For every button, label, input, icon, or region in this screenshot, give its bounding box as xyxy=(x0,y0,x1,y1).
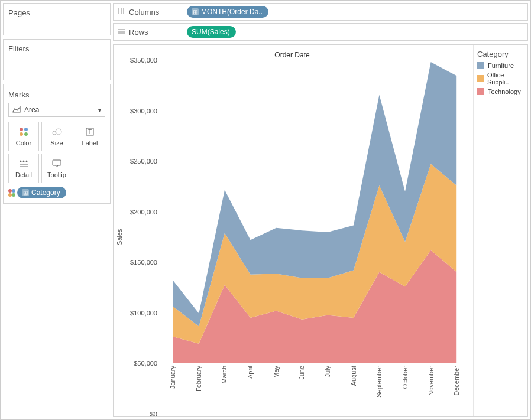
y-tick: $150,000 xyxy=(130,259,157,266)
columns-shelf-label: Columns xyxy=(117,8,182,17)
pages-panel[interactable]: Pages xyxy=(3,3,111,35)
chart-body: Sales $0$50,000$100,000$150,000$200,000$… xyxy=(115,60,470,414)
legend-label-office: Office Suppli.. xyxy=(487,71,524,86)
svg-point-4 xyxy=(20,161,22,162)
app-root: Pages Filters Marks Area ▾ Color xyxy=(0,0,531,420)
x-tick: April xyxy=(247,366,254,379)
x-tick: October xyxy=(402,366,409,389)
plot-and-x: JanuaryFebruaryMarchAprilMayJuneJulyAugu… xyxy=(160,60,470,414)
color-dots-small-icon xyxy=(8,189,15,197)
filters-panel[interactable]: Filters xyxy=(3,39,111,80)
y-axis-label: Sales xyxy=(115,60,124,414)
svg-point-5 xyxy=(23,161,25,162)
svg-point-6 xyxy=(26,161,28,162)
columns-shelf[interactable]: Columns ⊞ MONTH(Order Da.. xyxy=(113,3,528,21)
detail-icon xyxy=(19,158,28,169)
y-tick: $0 xyxy=(150,411,157,417)
mark-type-select[interactable]: Area ▾ xyxy=(8,103,105,117)
y-tick: $250,000 xyxy=(130,158,157,165)
x-tick: June xyxy=(298,366,305,380)
expand-icon: ⊞ xyxy=(22,189,29,196)
plot-area[interactable] xyxy=(160,60,470,363)
color-label: Color xyxy=(16,139,31,146)
color-button[interactable]: Color xyxy=(8,122,39,151)
columns-icon xyxy=(117,8,125,17)
main-area: Columns ⊞ MONTH(Order Da.. Rows SUM(Sale… xyxy=(113,1,530,419)
color-icon xyxy=(20,126,28,137)
label-button[interactable]: T Label xyxy=(75,122,105,151)
expand-icon: ⊞ xyxy=(192,8,199,15)
x-tick: November xyxy=(428,366,435,396)
columns-text: Columns xyxy=(129,8,159,17)
area-icon xyxy=(12,106,21,115)
y-axis: $0$50,000$100,000$150,000$200,000$250,00… xyxy=(124,60,160,414)
tooltip-icon xyxy=(52,158,61,169)
x-tick: January xyxy=(169,366,176,389)
legend-label-technology: Technology xyxy=(488,88,521,95)
chart-container: Order Date Sales $0$50,000$100,000$150,0… xyxy=(114,45,473,416)
x-tick: September xyxy=(375,366,383,398)
rows-text: Rows xyxy=(129,28,148,37)
filters-title: Filters xyxy=(8,43,105,57)
legend-swatch-office xyxy=(477,75,484,82)
size-label: Size xyxy=(50,139,63,146)
x-tick: February xyxy=(195,366,202,392)
label-label: Label xyxy=(82,139,98,146)
marks-buttons-grid: Color Size T Label Detail Tooltip xyxy=(8,122,105,183)
x-tick: August xyxy=(350,366,357,386)
x-tick: July xyxy=(324,366,331,377)
y-tick: $200,000 xyxy=(130,209,157,216)
left-sidebar: Pages Filters Marks Area ▾ Color xyxy=(1,1,113,419)
pages-title: Pages xyxy=(8,7,105,21)
marks-title: Marks xyxy=(8,89,105,103)
legend-title: Category xyxy=(477,50,524,58)
x-tick: December xyxy=(453,366,460,396)
chevron-down-icon: ▾ xyxy=(98,107,101,113)
rows-pill[interactable]: SUM(Sales) xyxy=(187,26,236,38)
x-axis: JanuaryFebruaryMarchAprilMayJuneJulyAugu… xyxy=(160,363,470,414)
chart-title: Order Date xyxy=(115,51,470,59)
legend-swatch-technology xyxy=(477,88,484,95)
legend-label-furniture: Furniture xyxy=(488,62,514,69)
label-icon: T xyxy=(85,126,95,137)
y-tick: $300,000 xyxy=(130,108,157,115)
x-tick: March xyxy=(221,366,228,384)
marks-color-shelf-row: ⊞ Category xyxy=(8,187,105,198)
mark-type-label: Area xyxy=(24,106,39,114)
svg-point-1 xyxy=(56,129,61,135)
detail-button[interactable]: Detail xyxy=(8,154,39,183)
tooltip-label: Tooltip xyxy=(47,171,66,178)
marks-panel: Marks Area ▾ Color Size xyxy=(3,84,111,204)
legend-item-technology[interactable]: Technology xyxy=(477,88,524,95)
size-icon xyxy=(51,126,62,137)
x-tick: May xyxy=(273,366,280,378)
legend-panel: Category Furniture Office Suppli.. Techn… xyxy=(473,45,527,416)
rows-pill-label: SUM(Sales) xyxy=(192,28,230,36)
detail-label: Detail xyxy=(15,171,32,178)
columns-pill-label: MONTH(Order Da.. xyxy=(201,8,263,16)
size-button[interactable]: Size xyxy=(41,122,72,151)
category-pill[interactable]: ⊞ Category xyxy=(17,187,66,198)
legend-item-office[interactable]: Office Suppli.. xyxy=(477,71,524,86)
tooltip-button[interactable]: Tooltip xyxy=(41,154,72,183)
legend-item-furniture[interactable]: Furniture xyxy=(477,62,524,69)
rows-shelf[interactable]: Rows SUM(Sales) xyxy=(113,23,528,41)
rows-shelf-label: Rows xyxy=(117,28,182,37)
y-tick: $100,000 xyxy=(130,310,157,317)
svg-rect-9 xyxy=(53,160,61,165)
category-pill-label: Category xyxy=(31,188,60,197)
y-tick: $350,000 xyxy=(130,57,157,64)
legend-swatch-furniture xyxy=(477,62,484,69)
viz-area: Order Date Sales $0$50,000$100,000$150,0… xyxy=(113,44,528,417)
y-tick: $50,000 xyxy=(134,360,157,367)
svg-text:T: T xyxy=(88,129,92,135)
rows-icon xyxy=(117,28,125,37)
columns-pill[interactable]: ⊞ MONTH(Order Da.. xyxy=(187,6,268,18)
